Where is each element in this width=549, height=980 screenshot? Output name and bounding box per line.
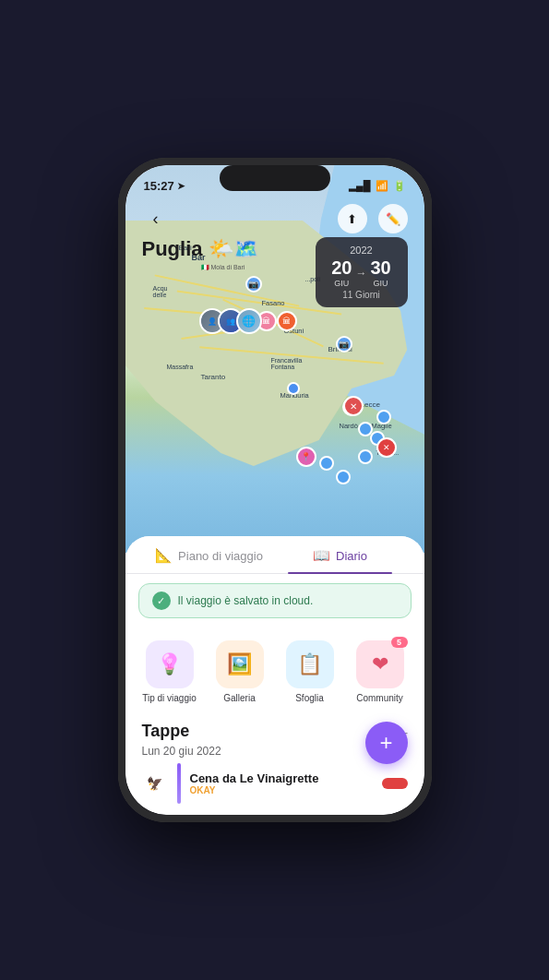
nav-actions: ⬆ ✏️	[338, 204, 408, 233]
tab-diario[interactable]: 📖 Diario	[275, 536, 406, 573]
pin-red-2[interactable]: ✕	[376, 437, 397, 458]
community-icon-wrap: ❤ 5	[356, 640, 404, 688]
tabs-row: 📐 Piano di viaggio 📖 Diario	[125, 536, 424, 574]
date-range: 20 GIU → 30 GIU	[327, 257, 397, 288]
tab-piano-label: Piano di viaggio	[178, 549, 263, 563]
label-nardo: Nardò	[340, 422, 358, 430]
label-acquaviva: Acqudelle	[153, 285, 168, 298]
share-icon: ⬆	[347, 212, 357, 226]
share-button[interactable]: ⬆	[338, 204, 367, 233]
pin-blue-7[interactable]	[336, 470, 351, 484]
tappa-content: Cena da Le Vinaigrette OKAY	[190, 771, 373, 795]
tappa-time-icon: 🦅	[142, 775, 168, 792]
edit-icon: ✏️	[386, 212, 400, 226]
pin-lecce-x[interactable]: ✕	[343, 396, 364, 416]
date-badge: 2022 20 GIU → 30 GIU 11 Giorni	[316, 237, 408, 307]
cloud-notice: ✓ Il viaggio è salvato in cloud.	[138, 583, 412, 618]
pin-camera[interactable]: 📷	[245, 276, 262, 293]
pin-camera-2[interactable]: 📷	[336, 336, 352, 353]
galleria-icon: 🖼️	[227, 652, 252, 676]
community-badge: 5	[391, 637, 408, 648]
tab-diario-label: Diario	[336, 549, 367, 563]
action-community[interactable]: ❤ 5 Community	[349, 633, 412, 711]
tappa-timeline-line	[177, 763, 181, 804]
pin-orange-1[interactable]: 🏛	[277, 311, 297, 331]
diario-icon: 📖	[313, 547, 330, 564]
action-sfoglia[interactable]: 📋 Sfoglia	[279, 633, 341, 711]
trip-title-area: Puglia 🌤️🗺️	[142, 237, 258, 261]
end-day: 30	[371, 257, 391, 279]
pin-blue-6[interactable]	[319, 456, 334, 471]
bottom-panel: 📐 Piano di viaggio 📖 Diario ✓ Il viaggio…	[125, 536, 424, 815]
pin-blue-5[interactable]	[358, 449, 373, 464]
screen: 15:27 ➤ ▂▄█ 📶 🔋 ‹ ⬆ ✏️	[125, 165, 424, 815]
tappa-status: OKAY	[190, 785, 373, 795]
tappa-progress-bar	[382, 778, 408, 789]
tip-icon: 💡	[157, 652, 182, 676]
profile-pic-3: 🌐	[236, 308, 262, 334]
status-time: 15:27 ➤	[144, 179, 185, 193]
tappa-name: Cena da Le Vinaigrette	[190, 771, 373, 785]
location-arrow-icon: ➤	[177, 181, 185, 191]
action-grid: 💡 Tip di viaggio 🖼️ Galleria 📋 Sfoglia	[125, 626, 424, 718]
fab-plus-icon: +	[379, 730, 392, 756]
sfoglia-icon-wrap: 📋	[286, 640, 334, 688]
start-month: GIU	[331, 279, 352, 288]
label-massafra: Massafra	[167, 364, 194, 370]
date-end: 30 GIU	[371, 257, 391, 288]
community-label: Community	[356, 693, 403, 703]
wifi-icon: 📶	[376, 180, 388, 192]
label-lecce: Lecce	[361, 400, 380, 409]
battery-icon: 🔋	[393, 180, 406, 192]
cloud-notice-text: Il viaggio è salvato in cloud.	[178, 594, 314, 607]
pin-pink-bottom[interactable]: 📍	[296, 447, 316, 467]
edit-button[interactable]: ✏️	[378, 204, 408, 233]
piano-icon: 📐	[155, 547, 173, 564]
pin-blue-1[interactable]	[287, 382, 300, 395]
label-taranto: Taranto	[201, 373, 226, 381]
galleria-icon-wrap: 🖼️	[216, 640, 264, 688]
tappa-item[interactable]: 🦅 Cena da Le Vinaigrette OKAY	[142, 763, 408, 804]
trip-title: Puglia 🌤️🗺️	[142, 237, 258, 261]
date-days: 11 Giorni	[327, 290, 397, 300]
tab-piano[interactable]: 📐 Piano di viaggio	[144, 536, 275, 573]
tappe-title: Tappe	[142, 722, 190, 741]
start-day: 20	[331, 257, 352, 279]
cloud-check-icon: ✓	[152, 592, 171, 610]
action-galleria[interactable]: 🖼️ Galleria	[209, 633, 271, 711]
label-fasano: Fasano	[262, 299, 285, 307]
pin-blue-3[interactable]	[376, 410, 391, 424]
fab-add-button[interactable]: +	[365, 722, 408, 764]
nav-bar: ‹ ⬆ ✏️	[125, 198, 424, 239]
date-arrow-icon: →	[356, 267, 367, 280]
notch	[220, 165, 330, 191]
profile-cluster: 👤 👥 🌐	[199, 308, 262, 334]
status-icons: ▂▄█ 📶 🔋	[349, 180, 406, 192]
community-heart-icon: ❤	[372, 652, 388, 676]
label-francavilla: FrancavillaFontana	[271, 357, 303, 370]
tip-label: Tip di viaggio	[142, 693, 197, 703]
galleria-label: Galleria	[223, 693, 255, 703]
time-display: 15:27	[144, 179, 174, 193]
sfoglia-icon: 📋	[297, 652, 322, 676]
label-mola: 🇮🇹 Mola di Bari	[201, 264, 245, 271]
phone-shell: 15:27 ➤ ▂▄█ 📶 🔋 ‹ ⬆ ✏️	[118, 158, 432, 822]
action-tip[interactable]: 💡 Tip di viaggio	[138, 633, 201, 711]
end-month: GIU	[371, 279, 391, 288]
date-start: 20 GIU	[331, 257, 352, 288]
sfoglia-label: Sfoglia	[295, 693, 324, 703]
date-year: 2022	[327, 245, 397, 256]
signal-icon: ▂▄█	[349, 180, 371, 192]
back-button[interactable]: ‹	[142, 205, 170, 233]
tip-icon-wrap: 💡	[146, 640, 194, 688]
